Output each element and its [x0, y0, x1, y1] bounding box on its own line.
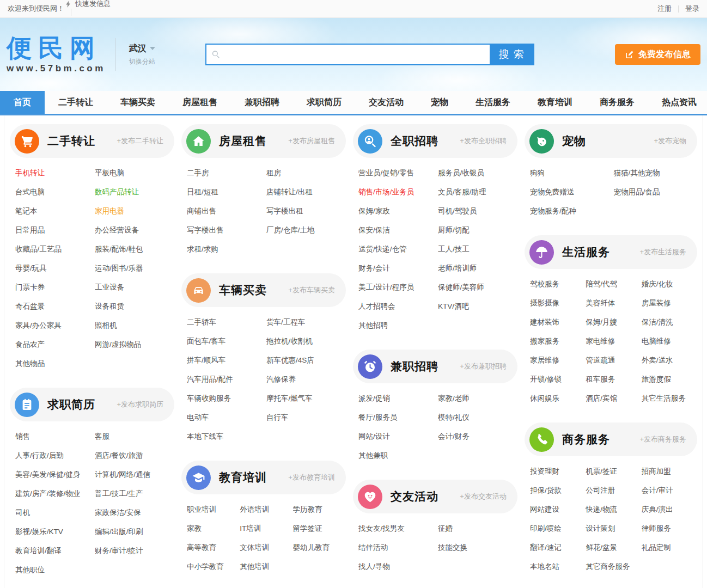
- nav-item-首页[interactable]: 首页: [0, 91, 45, 114]
- nav-item-商务服务[interactable]: 商务服务: [586, 91, 648, 114]
- category-link[interactable]: 网站/设计: [358, 427, 438, 446]
- category-link[interactable]: 摄影摄像: [530, 293, 586, 313]
- category-link[interactable]: 婚庆/化妆: [642, 274, 697, 293]
- category-link[interactable]: 外语培训: [240, 500, 292, 519]
- category-link[interactable]: 母婴/玩具: [15, 259, 95, 278]
- category-link[interactable]: 财务/会计: [358, 259, 438, 278]
- publish-link-business[interactable]: +发布商务服务: [639, 434, 686, 444]
- category-link[interactable]: 律师服务: [642, 519, 697, 538]
- category-link[interactable]: 猫猫/其他宠物: [613, 163, 697, 182]
- category-link[interactable]: 宠物免费赠送: [530, 182, 614, 201]
- category-link[interactable]: 数码产品转让: [95, 182, 174, 201]
- category-link[interactable]: 办公经营设备: [95, 220, 174, 240]
- category-link[interactable]: 普工/技工/生产: [95, 484, 174, 503]
- nav-item-求职简历[interactable]: 求职简历: [293, 91, 355, 114]
- category-link[interactable]: 日常用品: [15, 220, 95, 240]
- category-link[interactable]: 机票/签证: [586, 462, 641, 481]
- category-link[interactable]: 结伴活动: [358, 538, 438, 557]
- category-link[interactable]: 厨师/切配: [438, 220, 517, 240]
- nav-item-车辆买卖[interactable]: 车辆买卖: [107, 91, 169, 114]
- category-link[interactable]: 印刷/喷绘: [530, 519, 586, 538]
- category-link[interactable]: 收藏品/工艺品: [15, 240, 95, 259]
- category-link[interactable]: 摩托车/燃气车: [266, 389, 346, 408]
- category-link[interactable]: 保安/保洁: [358, 220, 438, 240]
- category-link[interactable]: 礼品定制: [642, 538, 697, 557]
- publish-link-education[interactable]: +发布教育培训: [288, 473, 335, 482]
- category-link[interactable]: 保姆/月嫂: [586, 313, 641, 332]
- publish-link-car[interactable]: +发布车辆买卖: [288, 285, 335, 295]
- category-link[interactable]: 手机转让: [15, 163, 95, 182]
- city-selector[interactable]: 武汉 切换分站: [115, 38, 155, 71]
- publish-link-pets[interactable]: +发布宠物: [654, 136, 686, 146]
- category-link[interactable]: 照相机: [95, 316, 174, 335]
- category-link[interactable]: 公司注册: [586, 481, 641, 500]
- category-link[interactable]: 建筑/房产/装修/物业: [15, 484, 95, 503]
- category-link[interactable]: 保姆/家政: [358, 201, 438, 220]
- search-button[interactable]: 搜索: [490, 45, 533, 64]
- category-link[interactable]: 担保/贷款: [530, 481, 586, 500]
- category-link[interactable]: 店铺转让/出租: [266, 182, 346, 201]
- category-link[interactable]: 本地名站: [530, 557, 586, 576]
- category-link[interactable]: 找人/寻物: [358, 557, 438, 576]
- category-link[interactable]: 驾校服务: [530, 274, 586, 293]
- category-link[interactable]: 投资理财: [530, 462, 586, 481]
- category-link[interactable]: 家教/老师: [438, 389, 517, 408]
- category-link[interactable]: 文员/客服/助理: [438, 182, 517, 201]
- publish-link-secondhand[interactable]: +发布二手转让: [117, 136, 163, 146]
- category-link[interactable]: 餐厅/服务员: [358, 408, 438, 427]
- category-link[interactable]: 平板电脑: [95, 163, 174, 182]
- category-link[interactable]: 留学签证: [293, 519, 346, 538]
- category-link[interactable]: 汽车用品/配件: [187, 370, 266, 389]
- category-link[interactable]: 客服: [95, 427, 174, 446]
- category-link[interactable]: 教育培训/翻译: [15, 541, 95, 560]
- nav-item-生活服务[interactable]: 生活服务: [462, 91, 524, 114]
- category-link[interactable]: 服装/配饰/鞋包: [95, 240, 174, 259]
- category-link[interactable]: 汽修保养: [266, 370, 346, 389]
- category-link[interactable]: 台式电脑: [15, 182, 95, 201]
- category-link[interactable]: KTV/酒吧: [438, 297, 517, 316]
- category-link[interactable]: 影视/娱乐/KTV: [15, 522, 95, 541]
- category-link[interactable]: 文体培训: [240, 538, 292, 557]
- nav-item-兼职招聘[interactable]: 兼职招聘: [231, 91, 293, 114]
- category-link[interactable]: 设备租赁: [95, 297, 174, 316]
- category-link[interactable]: 租房: [266, 163, 346, 182]
- category-link[interactable]: 家用电器: [95, 201, 174, 220]
- category-link[interactable]: 工业设备: [95, 278, 174, 297]
- category-link[interactable]: 笔记本: [15, 201, 95, 220]
- publish-link-resume[interactable]: +发布求职简历: [117, 400, 163, 409]
- category-link[interactable]: 计算机/网络/通信: [95, 465, 174, 484]
- switch-site-link[interactable]: 切换分站: [129, 57, 155, 66]
- category-link[interactable]: 陪驾/代驾: [586, 274, 641, 293]
- category-link[interactable]: 中小学教育: [187, 557, 240, 576]
- category-link[interactable]: 庆典/演出: [642, 500, 697, 519]
- category-link[interactable]: IT培训: [240, 519, 292, 538]
- category-link[interactable]: 狗狗: [530, 163, 614, 182]
- category-link[interactable]: 会计/财务: [438, 427, 517, 446]
- category-link[interactable]: 营业员/促销/零售: [358, 163, 438, 182]
- category-link[interactable]: 厂房/仓库/土地: [266, 220, 346, 240]
- nav-item-房屋租售[interactable]: 房屋租售: [169, 91, 231, 114]
- category-link[interactable]: 租车服务: [586, 370, 641, 389]
- category-link[interactable]: 美容/美发/保健/健身: [15, 465, 95, 484]
- category-link[interactable]: 其他兼职: [358, 446, 438, 465]
- category-link[interactable]: 美容纤体: [586, 293, 641, 313]
- category-link[interactable]: 宠物用品/食品: [613, 182, 697, 201]
- category-link[interactable]: 婴幼儿教育: [293, 538, 346, 557]
- category-link[interactable]: 奇石盆景: [15, 297, 95, 316]
- category-link[interactable]: 财务/审计/统计: [95, 541, 174, 560]
- category-link[interactable]: 司机: [15, 503, 95, 522]
- category-link[interactable]: 车辆收购服务: [187, 389, 266, 408]
- category-link[interactable]: 面包车/客车: [187, 332, 266, 351]
- category-link[interactable]: 其他培训: [240, 557, 292, 576]
- category-link[interactable]: 二手房: [187, 163, 266, 182]
- category-link[interactable]: 电脑维修: [642, 332, 697, 351]
- category-link[interactable]: 写字楼出租: [266, 201, 346, 220]
- category-link[interactable]: 人事/行政/后勤: [15, 446, 95, 465]
- category-link[interactable]: 家电维修: [586, 332, 641, 351]
- category-link[interactable]: 建材装饰: [530, 313, 586, 332]
- nav-item-热点资讯[interactable]: 热点资讯: [648, 91, 707, 114]
- category-link[interactable]: 网游/虚拟物品: [95, 335, 174, 354]
- category-link[interactable]: 学历教育: [293, 500, 346, 519]
- topbar-link-快速发信息[interactable]: 快速发信息: [64, 0, 120, 9]
- category-link[interactable]: 家政保洁/安保: [95, 503, 174, 522]
